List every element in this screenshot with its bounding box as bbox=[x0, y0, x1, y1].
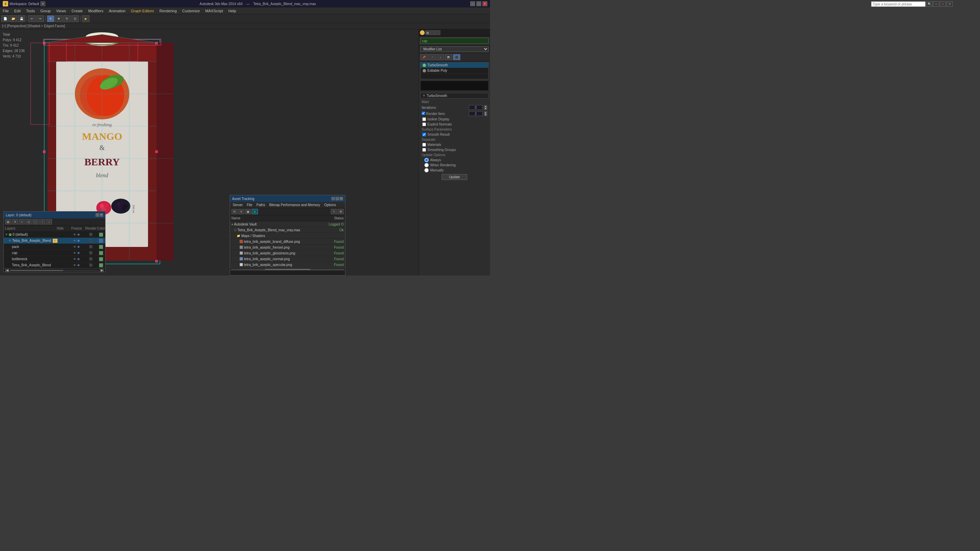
layer-tool-new[interactable]: ◻ bbox=[25, 219, 32, 224]
layers-help-button[interactable]: ? bbox=[95, 213, 99, 217]
asset-menu-options[interactable]: Options bbox=[322, 202, 338, 208]
toolbar-render[interactable]: ▶ bbox=[82, 15, 89, 22]
layer-tool-add[interactable]: + bbox=[19, 219, 25, 224]
utility-tab-icon[interactable] bbox=[436, 30, 440, 35]
asset-menu-server[interactable]: Server bbox=[231, 202, 245, 208]
ts-render-iters-down[interactable]: ▼ bbox=[484, 114, 487, 116]
turbosmooth-section-header[interactable]: ▼ TurboSmooth bbox=[420, 93, 488, 98]
asset-tool-detail[interactable]: ▦ bbox=[245, 209, 251, 214]
layers-scroll-left[interactable]: ◀ bbox=[5, 269, 9, 272]
menu-graph-editors[interactable]: Graph Editors bbox=[128, 8, 157, 14]
ts-render-iters-input[interactable] bbox=[469, 111, 482, 116]
menu-maxscript[interactable]: MAXScript bbox=[202, 8, 226, 14]
ts-update-button[interactable]: Update bbox=[442, 174, 467, 180]
menu-edit[interactable]: Edit bbox=[11, 8, 24, 14]
asset-tool-refresh[interactable]: ⟳ bbox=[231, 209, 237, 214]
asset-row-brand-diffuse[interactable]: tetra_brik_aseptic_brand_diffuse.png Fou… bbox=[230, 239, 345, 245]
layer-row[interactable]: pack 👁 ❄ ⬛ bbox=[4, 244, 105, 250]
menu-help[interactable]: Help bbox=[226, 8, 239, 14]
layer-tool-down[interactable]: ↓ bbox=[46, 219, 52, 224]
asset-menu-paths[interactable]: Paths bbox=[255, 202, 267, 208]
layer-row[interactable]: ▼ 0 (default) 👁 ❄ ⬛ bbox=[4, 232, 105, 238]
ts-explicit-normals-checkbox[interactable] bbox=[422, 122, 426, 126]
mod-icon-move-down[interactable]: ↓ bbox=[437, 54, 444, 60]
menu-tools[interactable]: Tools bbox=[24, 8, 38, 14]
ts-render-iters-up[interactable]: ▲ bbox=[484, 111, 487, 114]
ts-iterations-input[interactable] bbox=[469, 105, 482, 110]
asset-tool-help[interactable]: ? bbox=[331, 209, 337, 214]
asset-minimize-button[interactable]: ─ bbox=[331, 197, 335, 200]
workspace-dropdown[interactable]: ▼ bbox=[40, 2, 45, 6]
layer-colorbox-1[interactable] bbox=[99, 239, 103, 243]
asset-menu-file[interactable]: File bbox=[245, 202, 254, 208]
toolbar-select[interactable]: ✛ bbox=[47, 15, 54, 22]
ts-always-radio[interactable] bbox=[424, 158, 429, 162]
toolbar-open[interactable]: 📂 bbox=[10, 15, 17, 22]
layer-row[interactable]: bottleneck 👁 ❄ ⬛ bbox=[4, 256, 105, 262]
menu-file[interactable]: File bbox=[0, 8, 11, 14]
layer-colorbox-tbasb[interactable] bbox=[99, 263, 103, 267]
asset-row-specular[interactable]: tetra_brik_aseptic_specular.png Found bbox=[230, 262, 345, 268]
layer-colorbox-0[interactable] bbox=[99, 233, 103, 237]
layer-colorbox-bottleneck[interactable] bbox=[99, 257, 103, 261]
toolbar-scale[interactable]: ⊡ bbox=[72, 15, 79, 22]
asset-scrollbar[interactable] bbox=[231, 269, 344, 270]
asset-menu-bitmap[interactable]: Bitmap Performance and Memory bbox=[267, 202, 322, 208]
menu-create[interactable]: Create bbox=[69, 8, 86, 14]
layers-close-button[interactable]: ✕ bbox=[100, 213, 103, 217]
asset-tool-list[interactable]: ≡ bbox=[238, 209, 244, 214]
color-icon-1[interactable] bbox=[420, 30, 425, 35]
modifier-dropdown[interactable]: Modifier List bbox=[420, 46, 488, 52]
mod-icon-move-up[interactable]: ↑ bbox=[428, 54, 436, 60]
object-name-input[interactable] bbox=[420, 38, 488, 44]
asset-row-glossiness[interactable]: tetra_brik_aseptic_glossiness.png Found bbox=[230, 250, 345, 256]
asset-row-max-file[interactable]: ⬡ Tetra_Brik_Aseptic_Blend_max_vray.max … bbox=[230, 227, 345, 233]
modifier-turbosmooth[interactable]: TurboSmooth bbox=[421, 63, 488, 68]
ts-materials-checkbox[interactable] bbox=[422, 143, 426, 147]
layer-tool-remove[interactable]: ✕ bbox=[12, 219, 18, 224]
layer-row[interactable]: ▼ Tetra_Brik_Aseptic_Blend ✓ 👁 ❄ ⬛ bbox=[4, 238, 105, 244]
asset-tool-tree[interactable]: 🌲 bbox=[252, 209, 258, 214]
modifier-editable-poly[interactable]: Editable Poly bbox=[421, 68, 488, 73]
layer-row[interactable]: cap 👁 ❄ ⬛ bbox=[4, 250, 105, 256]
asset-close-button[interactable]: ✕ bbox=[340, 197, 343, 200]
layer-tool-scene[interactable]: ▤ bbox=[5, 219, 11, 224]
asset-tool-settings[interactable]: ⚙ bbox=[337, 209, 344, 214]
close-button[interactable]: ✕ bbox=[482, 2, 487, 6]
ts-iterations-up[interactable]: ▲ bbox=[484, 105, 487, 108]
menu-rendering[interactable]: Rendering bbox=[157, 8, 180, 14]
layer-row[interactable]: Tetra_Brik_Aseptic_Blend 👁 ❄ ⬛ bbox=[4, 262, 105, 268]
ts-isoline-checkbox[interactable] bbox=[422, 118, 426, 121]
ts-smoothing-groups-checkbox[interactable] bbox=[422, 148, 426, 152]
toolbar-redo[interactable]: ↪ bbox=[37, 15, 44, 22]
menu-group[interactable]: Group bbox=[37, 8, 53, 14]
ts-when-rendering-radio[interactable] bbox=[424, 163, 429, 167]
menu-views[interactable]: Views bbox=[53, 8, 69, 14]
display-tab-icon[interactable] bbox=[430, 30, 435, 35]
3d-viewport[interactable]: re:freshing MANGO & BERRY blend 200 ml bbox=[0, 29, 418, 275]
mod-icon-active[interactable]: ⬛ bbox=[453, 54, 460, 60]
asset-row-frensel[interactable]: tetra_brik_aseptic_frensel.png Found bbox=[230, 245, 345, 250]
ts-iterations-down[interactable]: ▼ bbox=[484, 108, 487, 110]
menu-modifiers[interactable]: Modifiers bbox=[86, 8, 106, 14]
ts-smooth-result-checkbox[interactable] bbox=[422, 133, 426, 137]
minimize-button[interactable]: ─ bbox=[470, 2, 475, 6]
menu-animation[interactable]: Animation bbox=[106, 8, 128, 14]
mod-icon-pin[interactable]: 📌 bbox=[420, 54, 428, 60]
layer-tool-up[interactable]: ↑ bbox=[39, 219, 45, 224]
maximize-button[interactable]: □ bbox=[476, 2, 481, 6]
asset-row-normal[interactable]: tetra_brik_aseptic_normal.png Found bbox=[230, 256, 345, 262]
asset-row-maps-folder[interactable]: 📁 Maps / Shaders bbox=[230, 233, 345, 239]
asset-restore-button[interactable]: □ bbox=[336, 197, 339, 200]
asset-row-vault[interactable]: ● Autodesk Vault Logged O bbox=[230, 221, 345, 227]
ts-manually-radio[interactable] bbox=[424, 168, 429, 172]
layer-tool-select[interactable]: ⬛ bbox=[32, 219, 38, 224]
toolbar-undo[interactable]: ↩ bbox=[28, 15, 36, 22]
modifier-list-tab-icon[interactable]: ▤ bbox=[425, 30, 430, 35]
toolbar-new[interactable]: 📄 bbox=[2, 15, 9, 22]
menu-customize[interactable]: Customize bbox=[179, 8, 202, 14]
layer-colorbox-cap[interactable] bbox=[99, 251, 103, 255]
layers-scroll-right[interactable]: ▶ bbox=[100, 269, 104, 272]
toolbar-move[interactable]: ✥ bbox=[55, 15, 63, 22]
mod-icon-instance[interactable]: ⬒ bbox=[445, 54, 452, 60]
